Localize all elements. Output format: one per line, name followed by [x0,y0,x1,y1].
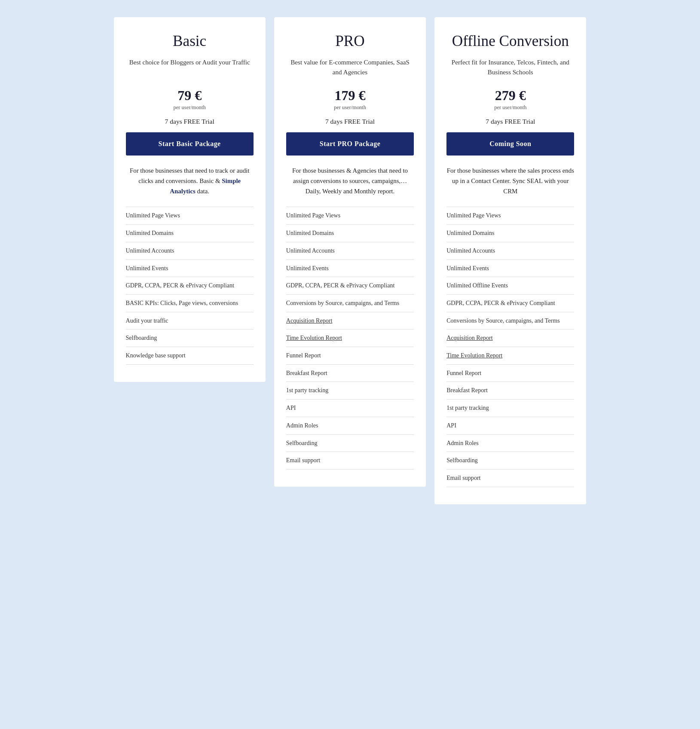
list-item: API [446,417,574,435]
list-item: Unlimited Domains [446,225,574,242]
plan-period-basic: per user/month [126,104,254,111]
list-item: 1st party tracking [286,382,414,400]
list-item: Selfboarding [446,452,574,470]
plan-subtitle-offline: Perfect fit for Insurance, Telcos, Finte… [446,58,574,78]
plan-trial-offline: 7 days FREE Trial [446,118,574,125]
list-item: GDPR, CCPA, PECR & ePrivacy Compliant [286,277,414,295]
plan-price-pro: 179 €per user/month [286,88,414,111]
list-item: Unlimited Domains [126,225,254,242]
plan-btn-pro[interactable]: Start PRO Package [286,132,414,156]
list-item: BASIC KPIs: Clicks, Page views, conversi… [126,295,254,312]
list-item: Unlimited Accounts [126,242,254,260]
plan-btn-basic[interactable]: Start Basic Package [126,132,254,156]
list-item: Unlimited Accounts [446,242,574,260]
list-item: Time Evolution Report [286,329,414,347]
list-item: Unlimited Events [286,260,414,278]
list-item: Unlimited Events [446,260,574,278]
list-item: Breakfast Report [446,382,574,400]
list-item: Time Evolution Report [446,347,574,365]
list-item: GDPR, CCPA, PECR & ePrivacy Compliant [446,295,574,312]
plan-features-basic: Unlimited Page ViewsUnlimited DomainsUnl… [126,207,254,364]
plan-card-basic: BasicBest choice for Bloggers or Audit y… [114,17,266,382]
plan-description-basic: For those businesses that need to track … [126,166,254,196]
list-item: Acquisition Report [446,329,574,347]
plan-subtitle-pro: Best value for E-commerce Companies, Saa… [286,58,414,78]
list-item: Unlimited Accounts [286,242,414,260]
list-item: Unlimited Offline Events [446,277,574,295]
plan-price-basic: 79 €per user/month [126,88,254,111]
plan-trial-basic: 7 days FREE Trial [126,118,254,125]
list-item: Selfboarding [286,435,414,452]
list-item: Breakfast Report [286,365,414,382]
plan-period-offline: per user/month [446,104,574,111]
plan-btn-offline[interactable]: Coming Soon [446,132,574,156]
plan-title-basic: Basic [126,33,254,50]
list-item: Unlimited Page Views [446,207,574,225]
plan-card-offline: Offline ConversionPerfect fit for Insura… [434,17,586,504]
list-item: Funnel Report [286,347,414,365]
plan-title-pro: PRO [286,33,414,50]
list-item: GDPR, CCPA, PECR & ePrivacy Compliant [126,277,254,295]
plan-amount-pro: 179 € [334,88,365,103]
list-item: Knowledge base support [126,347,254,365]
plan-amount-basic: 79 € [177,88,202,103]
plan-trial-pro: 7 days FREE Trial [286,118,414,125]
list-item: Acquisition Report [286,312,414,330]
list-item: Selfboarding [126,329,254,347]
list-item: Conversions by Source, campaigns, and Te… [446,312,574,330]
plan-subtitle-basic: Best choice for Bloggers or Audit your T… [126,58,254,78]
plan-features-offline: Unlimited Page ViewsUnlimited DomainsUnl… [446,207,574,487]
plan-title-offline: Offline Conversion [446,33,574,50]
list-item: Email support [446,470,574,487]
plan-description-pro: For those businesses & Agencies that nee… [286,166,414,196]
list-item: Unlimited Page Views [286,207,414,225]
list-item: Admin Roles [446,435,574,452]
list-item: Email support [286,452,414,470]
plan-features-pro: Unlimited Page ViewsUnlimited DomainsUnl… [286,207,414,470]
plan-price-offline: 279 €per user/month [446,88,574,111]
list-item: Admin Roles [286,417,414,435]
plan-period-pro: per user/month [286,104,414,111]
plan-card-pro: PROBest value for E-commerce Companies, … [274,17,426,487]
list-item: API [286,400,414,417]
list-item: Audit your traffic [126,312,254,330]
list-item: Conversions by Source, campaigns, and Te… [286,295,414,312]
plan-description-offline: For those businesses where the sales pro… [446,166,574,196]
plan-amount-offline: 279 € [495,88,526,103]
list-item: Unlimited Domains [286,225,414,242]
list-item: Unlimited Page Views [126,207,254,225]
list-item: 1st party tracking [446,400,574,417]
list-item: Funnel Report [446,365,574,382]
pricing-container: BasicBest choice for Bloggers or Audit y… [114,17,587,504]
list-item: Unlimited Events [126,260,254,278]
